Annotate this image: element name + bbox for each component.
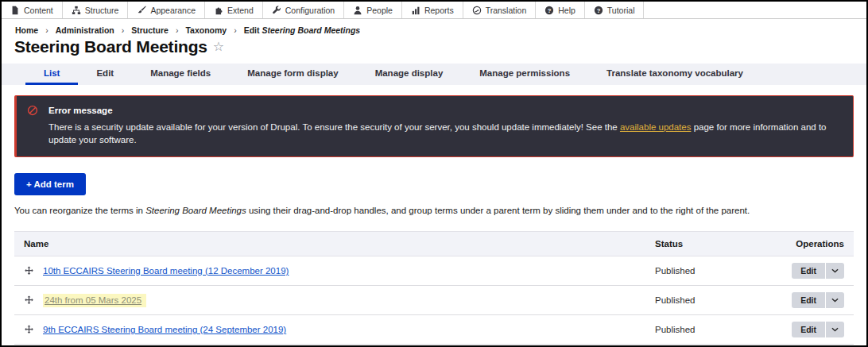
tab-translate-taxonomy-vocabulary[interactable]: Translate taxonomy vocabulary	[588, 64, 761, 85]
terms-table: Name Status Operations 10th ECCAIRS Stee…	[14, 231, 854, 345]
column-header-name: Name	[14, 232, 645, 256]
toolbar-item-people[interactable]: People	[344, 2, 402, 18]
reorganize-instruction: You can reorganize the terms in Steering…	[14, 206, 854, 215]
question-icon: ?	[544, 6, 554, 15]
tab-manage-form-display[interactable]: Manage form display	[229, 64, 356, 85]
term-status: Published	[645, 286, 765, 315]
vocabulary-tabs: List Edit Manage fields Manage form disp…	[2, 64, 866, 85]
error-title: Error message	[48, 106, 113, 115]
toolbar-item-label: People	[366, 6, 393, 15]
term-status: Published	[645, 315, 765, 345]
edit-dropdown[interactable]: Edit	[792, 263, 844, 279]
toolbar-item-appearance[interactable]: Appearance	[128, 2, 205, 18]
error-body: There is a security update available for…	[48, 121, 840, 146]
breadcrumb-separator: ›	[122, 25, 125, 35]
breadcrumb-separator: ›	[45, 25, 48, 35]
error-icon	[27, 105, 38, 116]
toolbar-item-label: Appearance	[150, 6, 196, 15]
toolbar-item-reports[interactable]: Reports	[402, 2, 463, 18]
term-link[interactable]: 10th ECCAIRS Steering Board meeting (12 …	[43, 266, 289, 276]
toolbar-item-translation[interactable]: Translation	[463, 2, 537, 18]
toolbar-item-tutorial[interactable]: ? Tutorial	[585, 2, 645, 18]
sitemap-icon	[72, 6, 81, 15]
puzzle-icon	[214, 6, 223, 15]
table-row: 24th from 05 Mars 2025 Published Edit	[14, 286, 854, 315]
tab-edit[interactable]: Edit	[78, 64, 132, 85]
available-updates-link[interactable]: available updates	[620, 122, 692, 132]
toolbar-item-label: Translation	[486, 6, 527, 15]
toolbar-item-extend[interactable]: Extend	[205, 2, 263, 18]
term-link[interactable]: 9th ECCAIRS Steering Board meeting (24 S…	[43, 325, 286, 334]
breadcrumb-link-home[interactable]: Home	[15, 25, 38, 35]
column-header-status: Status	[645, 232, 765, 256]
edit-dropdown[interactable]: Edit	[792, 292, 844, 308]
tab-manage-fields[interactable]: Manage fields	[132, 64, 229, 85]
svg-text:?: ?	[548, 6, 552, 13]
bar-chart-icon	[411, 6, 420, 15]
toolbar-item-label: Help	[558, 6, 575, 15]
edit-dropdown[interactable]: Edit	[792, 322, 844, 337]
file-icon	[10, 6, 20, 15]
toolbar-item-structure[interactable]: Structure	[63, 2, 129, 18]
wrench-icon	[272, 6, 281, 15]
favorite-star-icon[interactable]: ☆	[213, 40, 224, 53]
toolbar-item-help[interactable]: ? Help	[536, 2, 585, 18]
drupal-admin-window: Content Structure Appearance Extend Conf…	[0, 0, 868, 347]
chevron-down-icon	[826, 265, 844, 276]
column-header-operations: Operations	[765, 232, 854, 256]
svg-text:?: ?	[596, 6, 600, 13]
breadcrumb: Home › Administration › Structure › Taxo…	[15, 25, 866, 35]
tab-manage-permissions[interactable]: Manage permissions	[461, 64, 588, 85]
tab-list[interactable]: List	[25, 64, 78, 85]
add-term-button[interactable]: + Add term	[14, 173, 86, 195]
toolbar-item-label: Configuration	[285, 6, 335, 15]
toolbar-item-content[interactable]: Content	[2, 2, 63, 18]
table-row: 9th ECCAIRS Steering Board meeting (24 S…	[14, 315, 854, 345]
chevron-down-icon	[826, 324, 844, 335]
toolbar-item-label: Extend	[227, 6, 254, 15]
toolbar-item-configuration[interactable]: Configuration	[263, 2, 344, 18]
question-icon: ?	[594, 6, 603, 15]
error-message-box: Error message There is a security update…	[14, 95, 854, 157]
admin-toolbar: Content Structure Appearance Extend Conf…	[2, 2, 866, 19]
drag-handle-icon[interactable]	[24, 295, 34, 306]
term-status: Published	[645, 256, 765, 286]
people-icon	[353, 6, 362, 15]
breadcrumb-link-administration[interactable]: Administration	[56, 25, 114, 35]
tab-manage-display[interactable]: Manage display	[357, 64, 462, 85]
page-title: Steering Board Meetings	[14, 37, 207, 56]
chevron-down-icon	[826, 295, 844, 306]
breadcrumb-current: Edit Steering Board Meetings	[244, 25, 360, 35]
drag-handle-icon[interactable]	[24, 325, 34, 335]
term-link-highlighted[interactable]: 24th from 05 Mars 2025	[43, 294, 146, 307]
toolbar-item-label: Reports	[424, 6, 454, 15]
table-row: 10th ECCAIRS Steering Board meeting (12 …	[14, 256, 854, 286]
breadcrumb-separator: ›	[176, 25, 179, 35]
toolbar-item-label: Content	[24, 6, 53, 15]
globe-arrows-icon	[472, 6, 482, 15]
breadcrumb-link-structure[interactable]: Structure	[131, 25, 169, 35]
breadcrumb-link-taxonomy[interactable]: Taxonomy	[185, 25, 227, 35]
toolbar-item-label: Tutorial	[607, 6, 635, 15]
drag-handle-icon[interactable]	[24, 266, 34, 276]
toolbar-item-label: Structure	[85, 6, 119, 15]
breadcrumb-separator: ›	[234, 25, 237, 35]
table-header-row: Name Status Operations	[14, 232, 854, 256]
paintbrush-icon	[137, 6, 146, 15]
